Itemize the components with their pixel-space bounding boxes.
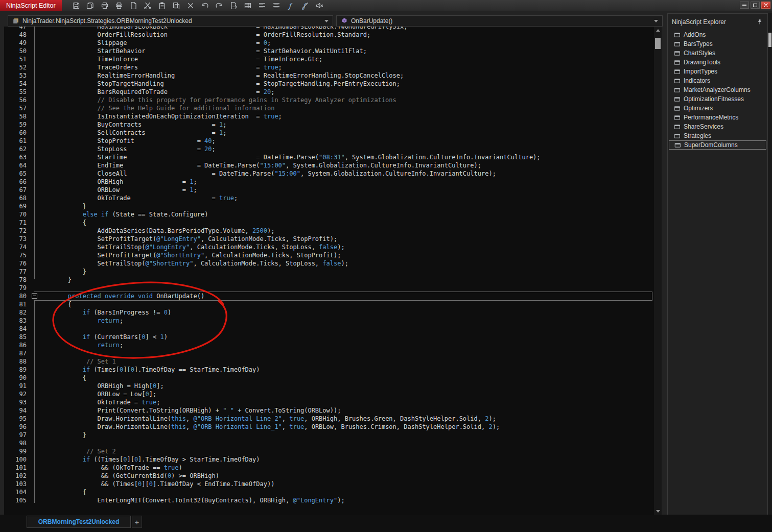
explorer-item-optimizers[interactable]: Optimizers (669, 104, 766, 113)
code-line[interactable]: if (Times[0][0].TimeOfDay == StarTime.Ti… (38, 366, 654, 374)
code-line[interactable]: Draw.HorizontalLine(this, @"ORB Horizont… (38, 415, 654, 423)
code-line[interactable]: return; (38, 341, 654, 349)
tab-orbmorningtest2unlocked[interactable]: ORBMorningTest2Unlocked (27, 516, 131, 528)
minimize-button[interactable] (740, 2, 749, 9)
code-line[interactable]: TraceOrders = true; (38, 63, 654, 71)
export-button[interactable] (229, 1, 238, 10)
code-line[interactable]: && (Times[0][0].TimeOfDay < EndTime.Time… (38, 480, 654, 488)
code-line[interactable]: StarTime = DateTime.Parse("08:31", Syste… (38, 153, 654, 161)
code-line[interactable]: // Set 1 (38, 357, 654, 366)
code-line[interactable] (38, 325, 654, 333)
code-line[interactable]: && (GetCurrentBid(0) >= ORBHigh) (38, 472, 654, 480)
pin-icon[interactable] (756, 18, 763, 26)
scroll-up-button[interactable] (654, 27, 662, 34)
code-line[interactable]: ORBHigh = 1; (38, 178, 654, 186)
code-line[interactable]: OkToTrade = true; (38, 194, 654, 202)
code-line[interactable]: } (38, 431, 654, 439)
explorer-item-marketanalyzercolumns[interactable]: MarketAnalyzerColumns (669, 85, 766, 94)
maximize-button[interactable] (751, 2, 760, 9)
code-line[interactable]: RealtimeErrorHandling = RealtimeErrorHan… (38, 71, 654, 80)
code-line[interactable]: { (38, 488, 654, 496)
explorer-scrollbar-thumb[interactable] (768, 33, 771, 47)
explorer-item-barstypes[interactable]: BarsTypes (669, 39, 766, 49)
table-button[interactable] (243, 1, 252, 10)
scrollbar-thumb[interactable] (655, 38, 661, 49)
code-line[interactable]: { (38, 300, 654, 308)
fold-collapse-button[interactable] (32, 293, 37, 299)
print-button[interactable] (100, 1, 109, 10)
code-line[interactable]: AddDataSeries(Data.BarsPeriodType.Volume… (38, 227, 654, 235)
code-line[interactable]: if ((Times[0][0].TimeOfDay > StarTime.Ti… (38, 455, 654, 464)
code-line[interactable]: BuyContracts = 1; (38, 120, 654, 129)
function-button[interactable]: ƒ (286, 1, 295, 10)
code-line[interactable]: StartBehavior = StartBehavior.WaitUntilF… (38, 47, 654, 55)
code-line[interactable] (38, 439, 654, 447)
paste-button[interactable] (157, 1, 167, 10)
undo-button[interactable] (200, 1, 209, 10)
explorer-item-drawingtools[interactable]: DrawingTools (669, 58, 766, 67)
save-button[interactable] (72, 1, 81, 10)
code-line[interactable]: { (38, 374, 654, 382)
print-preview-button[interactable] (114, 1, 124, 10)
code-line[interactable]: if (BarsInProgress != 0) (38, 308, 654, 317)
new-page-button[interactable] (129, 1, 138, 10)
code-line[interactable]: } (38, 268, 654, 276)
code-line[interactable] (38, 284, 654, 292)
delete-button[interactable] (186, 1, 195, 10)
explorer-item-chartstyles[interactable]: ChartStyles (669, 49, 766, 58)
code-line[interactable]: BarsRequiredToTrade = 20; (38, 88, 654, 96)
code-line[interactable]: CloseAll = DateTime.Parse("15:00", Syste… (38, 170, 654, 178)
member-selector-dropdown[interactable]: OnBarUpdate() (336, 15, 663, 27)
sound-off-button[interactable] (315, 1, 324, 10)
code-line[interactable]: ORBHigh = High[0]; (38, 382, 654, 390)
code-line[interactable]: OkToTrade = true; (38, 398, 654, 406)
code-line[interactable] (38, 349, 654, 357)
redo-button[interactable] (215, 1, 224, 10)
function-off-button[interactable]: ƒ (300, 1, 310, 10)
explorer-item-optimizationfitnesses[interactable]: OptimizationFitnesses (669, 94, 766, 104)
code-line[interactable]: SetProfitTarget(@"ShortEntry", Calculati… (38, 251, 654, 259)
explorer-item-indicators[interactable]: Indicators (669, 76, 766, 85)
type-selector-dropdown[interactable]: NinjaTrader.NinjaScript.Strategies.ORBMo… (8, 15, 333, 27)
explorer-item-performancemetrics[interactable]: PerformanceMetrics (669, 113, 766, 122)
code-line[interactable]: IsInstantiatedOnEachOptimizationIteratio… (38, 112, 654, 120)
explorer-item-addons[interactable]: AddOns (669, 30, 766, 39)
explorer-scrollbar[interactable] (768, 13, 772, 517)
code-line[interactable]: if (CurrentBars[0] < 1) (38, 333, 654, 341)
code-line[interactable]: StopProfit = 40; (38, 137, 654, 145)
code-line[interactable]: protected override void OnBarUpdate() (38, 292, 654, 300)
editor-vertical-scrollbar[interactable] (654, 27, 662, 515)
close-button[interactable] (761, 2, 770, 9)
align-center-button[interactable] (272, 1, 281, 10)
code-line[interactable]: StopTargetHandling = StopTargetHandling.… (38, 80, 654, 88)
code-line[interactable]: StopLoss = 20; (38, 145, 654, 153)
code-line[interactable]: SetTrailStop(@"LongEntry", CalculationMo… (38, 243, 654, 251)
code-line[interactable]: OrderFillResolution = OrderFillResolutio… (38, 31, 654, 39)
code-line[interactable]: ORBLow = Low[0]; (38, 390, 654, 398)
copy-button[interactable] (172, 1, 181, 10)
align-left-button[interactable] (258, 1, 267, 10)
code-line[interactable]: // See the Help Guide for additional inf… (38, 104, 654, 112)
code-line[interactable]: ORBLow = 1; (38, 186, 654, 194)
code-line[interactable]: } (38, 276, 654, 284)
code-editor[interactable]: 4748495051525354555657585960616263646566… (4, 27, 654, 515)
code-line[interactable]: TimeInForce = TimeInForce.Gtc; (38, 55, 654, 63)
explorer-item-importtypes[interactable]: ImportTypes (669, 67, 766, 76)
code-line[interactable]: && (OkToTrade == true) (38, 464, 654, 472)
code-line[interactable]: } (38, 202, 654, 210)
code-line[interactable]: // Disable this property for performance… (38, 96, 654, 104)
code-line[interactable]: SellContracts = 1; (38, 129, 654, 137)
new-tab-button[interactable]: + (132, 516, 142, 528)
code-line[interactable]: Slippage = 0; (38, 39, 654, 47)
code-line[interactable]: EndTime = DateTime.Parse("15:00", System… (38, 161, 654, 170)
explorer-item-superdomcolumns[interactable]: SuperDomColumns (669, 140, 766, 150)
code-line[interactable]: else if (State == State.Configure) (38, 210, 654, 219)
save-all-button[interactable] (86, 1, 95, 10)
code-line[interactable]: SetProfitTarget(@"LongEntry", Calculatio… (38, 235, 654, 243)
code-line[interactable]: MaximumBarsLookBack = MaximumBarsLookBac… (38, 27, 654, 31)
code-line[interactable]: { (38, 219, 654, 227)
code-line[interactable]: SetTrailStop(@"ShortEntry", CalculationM… (38, 259, 654, 268)
code-line[interactable]: return; (38, 317, 654, 325)
code-line[interactable]: EnterLongMIT(Convert.ToInt32(BuyContract… (38, 496, 654, 504)
code-line[interactable]: Draw.HorizontalLine(this, @"ORB Horizont… (38, 423, 654, 431)
